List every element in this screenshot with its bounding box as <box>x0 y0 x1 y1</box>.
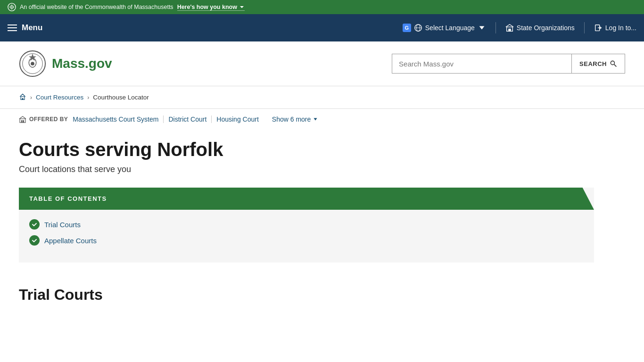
main-content: Courts serving Norfolk Court locations t… <box>0 128 613 322</box>
site-header: Mass.gov SEARCH <box>0 41 644 86</box>
ma-seal-icon <box>8 3 16 11</box>
svg-line-15 <box>614 65 617 67</box>
search-icon <box>610 60 617 67</box>
globe-icon <box>414 24 422 32</box>
toc-body: Trial Courts Appellate Courts <box>19 210 594 263</box>
toc-link-trial[interactable]: Trial Courts <box>44 221 81 229</box>
breadcrumb-court-resources[interactable]: Court Resources <box>36 94 83 101</box>
breadcrumb-sep-2: › <box>87 94 89 101</box>
official-text: An official website of the Commonwealth … <box>20 4 173 10</box>
logo-text: Mass.gov <box>52 56 112 71</box>
breadcrumb-sep-1: › <box>30 94 32 101</box>
offered-link-district-court[interactable]: District Court <box>164 115 212 123</box>
page-title: Courts serving Norfolk <box>19 139 594 160</box>
svg-rect-6 <box>508 29 510 31</box>
building-small-icon <box>19 115 26 123</box>
how-you-know-link[interactable]: Here's how you know <box>177 4 245 11</box>
toc-item-appellate: Appellate Courts <box>29 235 584 246</box>
svg-rect-18 <box>20 119 25 123</box>
offered-links-group: Massachusetts Court System District Cour… <box>73 115 263 123</box>
logo-link[interactable]: Mass.gov <box>19 50 112 77</box>
toc-container: TABLE OF CONTENTS Trial Courts Appellate… <box>19 188 594 263</box>
search-form: SEARCH <box>392 54 625 74</box>
toc-check-icon-1 <box>29 219 40 230</box>
search-button[interactable]: SEARCH <box>571 54 625 73</box>
page-subtitle: Court locations that serve you <box>19 165 594 174</box>
toc-link-appellate[interactable]: Appellate Courts <box>44 237 97 245</box>
offered-by-label: OFFERED BY <box>19 115 68 123</box>
menu-button[interactable]: Menu <box>8 23 42 33</box>
svg-point-13 <box>31 62 34 66</box>
nav-divider-1 <box>495 22 496 33</box>
show-more-button[interactable]: Show 6 more <box>268 115 322 123</box>
login-button[interactable]: Log In to... <box>594 24 636 32</box>
building-icon <box>505 24 514 32</box>
section-heading-trial: Trial Courts <box>19 286 594 304</box>
main-nav: Menu G Select Language State Organizatio… <box>0 14 644 41</box>
mass-seal-logo <box>19 50 46 77</box>
breadcrumb: › Court Resources › Courthouse Locator <box>0 86 644 109</box>
offered-link-housing-court[interactable]: Housing Court <box>212 115 264 123</box>
google-icon: G <box>403 24 411 32</box>
toc-header: TABLE OF CONTENTS <box>19 188 594 210</box>
search-input[interactable] <box>392 54 571 73</box>
svg-rect-19 <box>21 120 23 123</box>
toc-item-trial: Trial Courts <box>29 219 584 230</box>
offered-by-bar: OFFERED BY Massachusetts Court System Di… <box>0 109 644 128</box>
breadcrumb-home[interactable] <box>19 93 26 102</box>
toc-check-icon-2 <box>29 235 40 246</box>
hamburger-icon <box>8 25 17 31</box>
nav-divider-2 <box>584 22 585 33</box>
state-organizations-button[interactable]: State Organizations <box>505 24 575 32</box>
svg-rect-7 <box>510 29 511 31</box>
svg-rect-17 <box>22 98 23 99</box>
offered-link-ma-court[interactable]: Massachusetts Court System <box>73 115 164 123</box>
chevron-down-icon <box>478 24 486 32</box>
svg-rect-20 <box>23 120 25 123</box>
official-bar: An official website of the Commonwealth … <box>0 0 644 14</box>
breadcrumb-current: Courthouse Locator <box>93 94 149 101</box>
svg-point-14 <box>611 61 614 65</box>
home-icon <box>19 93 26 100</box>
google-translate-button[interactable]: G Select Language <box>403 24 486 32</box>
login-icon <box>594 24 603 32</box>
nav-right-group: G Select Language State Organizations Lo… <box>403 22 636 33</box>
chevron-down-icon <box>313 116 318 122</box>
